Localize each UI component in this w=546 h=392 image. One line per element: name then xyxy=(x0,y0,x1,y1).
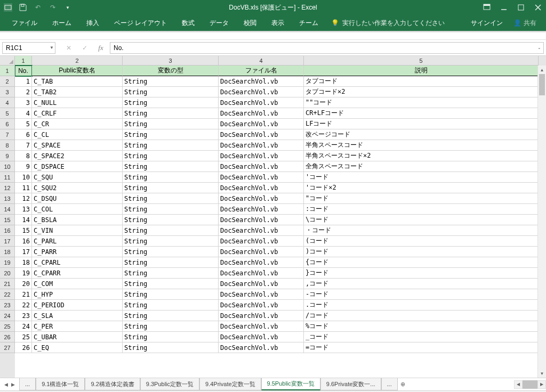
cell[interactable]: String xyxy=(123,76,219,87)
row-header[interactable]: 25 xyxy=(0,321,15,332)
cell[interactable]: C_UBAR xyxy=(32,332,123,342)
cell[interactable]: String xyxy=(123,172,219,183)
cell[interactable]: 13 xyxy=(15,204,32,215)
ribbon-tab-1[interactable]: ホーム xyxy=(45,15,79,31)
column-header[interactable]: 1 xyxy=(15,56,32,66)
row-header[interactable]: 1 xyxy=(0,66,15,76)
cell[interactable]: 5 xyxy=(15,119,32,129)
cell[interactable]: 18 xyxy=(15,257,32,268)
row-header[interactable]: 19 xyxy=(0,257,15,268)
cell[interactable]: 半角スペースコード xyxy=(304,140,539,151)
cell[interactable]: String xyxy=(123,140,219,151)
table-header-cell[interactable]: 変数の型 xyxy=(123,66,219,76)
table-header-cell[interactable]: ファイル名 xyxy=(219,66,304,76)
table-header-cell[interactable]: 説明 xyxy=(304,66,539,76)
cell[interactable]: String xyxy=(123,193,219,204)
chevron-down-icon[interactable]: ▼ xyxy=(50,45,54,50)
cell[interactable]: 23 xyxy=(15,311,32,321)
cell[interactable]: C_SQU2 xyxy=(32,183,123,193)
row-header[interactable]: 16 xyxy=(0,225,15,236)
row-header[interactable]: 2 xyxy=(0,76,15,87)
cell[interactable]: 6 xyxy=(15,129,32,140)
cell[interactable]: タブコード xyxy=(304,76,539,87)
cell[interactable]: DocSearchVol.vb xyxy=(219,193,304,204)
scroll-up-icon[interactable]: ▲ xyxy=(538,66,546,74)
maximize-icon[interactable] xyxy=(516,3,526,12)
cell[interactable]: String xyxy=(123,161,219,172)
ribbon-tab-7[interactable]: 表示 xyxy=(264,15,292,31)
column-header[interactable]: 2 xyxy=(32,56,123,66)
cell[interactable]: DocSearchVol.vb xyxy=(219,87,304,97)
cell[interactable]: \コード xyxy=(304,215,539,225)
save-icon[interactable] xyxy=(18,3,28,12)
cell[interactable]: C_SQU xyxy=(32,172,123,183)
cell[interactable]: 24 xyxy=(15,321,32,332)
cell[interactable]: DocSearchVol.vb xyxy=(219,300,304,311)
add-sheet-button[interactable]: ⊕ xyxy=(398,381,408,388)
cell[interactable]: DocSearchVol.vb xyxy=(219,332,304,342)
vertical-scrollbar[interactable]: ▲ ▼ xyxy=(537,66,546,378)
row-header[interactable]: 26 xyxy=(0,332,15,342)
cell[interactable]: C_SLA xyxy=(32,311,123,321)
cell[interactable]: 22 xyxy=(15,300,32,311)
cell[interactable]: String xyxy=(123,151,219,161)
cell[interactable]: String xyxy=(123,279,219,289)
cell[interactable]: String xyxy=(123,129,219,140)
cell[interactable]: C_VIN xyxy=(32,225,123,236)
cell[interactable]: 'コード xyxy=(304,172,539,183)
cell[interactable]: C_CPARR xyxy=(32,268,123,279)
redo-icon[interactable]: ↷ xyxy=(48,3,58,12)
close-icon[interactable] xyxy=(533,3,543,12)
cell[interactable]: DocSearchVol.vb xyxy=(219,289,304,300)
cell[interactable]: String xyxy=(123,289,219,300)
cell[interactable]: DocSearchVol.vb xyxy=(219,151,304,161)
cell[interactable]: String xyxy=(123,236,219,247)
cell[interactable]: 2 xyxy=(15,87,32,97)
row-header[interactable]: 15 xyxy=(0,215,15,225)
sheet-tab-overflow[interactable]: ... xyxy=(19,378,36,390)
column-header[interactable]: 3 xyxy=(123,56,219,66)
cell[interactable]: ""コード xyxy=(304,97,539,108)
cell[interactable]: String xyxy=(123,204,219,215)
cell[interactable]: DocSearchVol.vb xyxy=(219,161,304,172)
cell[interactable]: C_PERIOD xyxy=(32,300,123,311)
cell[interactable]: 8 xyxy=(15,151,32,161)
cell[interactable]: C_HYP xyxy=(32,289,123,300)
cell[interactable]: DocSearchVol.vb xyxy=(219,257,304,268)
cell[interactable]: 17 xyxy=(15,247,32,257)
cell[interactable]: (コード xyxy=(304,236,539,247)
cell[interactable]: CR+LFコード xyxy=(304,108,539,119)
sheet-tab[interactable]: 9.3Public定数一覧 xyxy=(140,378,199,390)
row-header[interactable]: 3 xyxy=(0,87,15,97)
qat-dropdown-icon[interactable]: ▼ xyxy=(63,3,73,12)
cell[interactable]: C_EQ xyxy=(32,342,123,353)
cell[interactable]: DocSearchVol.vb xyxy=(219,183,304,193)
cell[interactable]: 7 xyxy=(15,140,32,151)
tell-me[interactable]: 💡 実行したい作業を入力してください xyxy=(326,19,450,28)
cell[interactable]: 全角スペースコード xyxy=(304,161,539,172)
cell[interactable]: C_CPARL xyxy=(32,257,123,268)
cell[interactable]: DocSearchVol.vb xyxy=(219,311,304,321)
cell[interactable]: String xyxy=(123,321,219,332)
row-header[interactable]: 7 xyxy=(0,129,15,140)
hscroll-thumb[interactable] xyxy=(523,380,537,389)
cell[interactable]: タブコード×2 xyxy=(304,87,539,97)
row-header[interactable]: 4 xyxy=(0,97,15,108)
cell[interactable]: DocSearchVol.vb xyxy=(219,279,304,289)
scroll-down-icon[interactable]: ▼ xyxy=(538,369,546,378)
row-header[interactable]: 20 xyxy=(0,268,15,279)
cell[interactable]: 3 xyxy=(15,97,32,108)
cell[interactable]: DocSearchVol.vb xyxy=(219,140,304,151)
cell[interactable]: }コード xyxy=(304,268,539,279)
name-box[interactable]: R1C1 ▼ xyxy=(2,42,55,54)
spreadsheet-grid[interactable]: 1234567891011121314151617181920212223242… xyxy=(0,56,546,378)
cell[interactable]: DocSearchVol.vb xyxy=(219,76,304,87)
cell[interactable]: 26 xyxy=(15,342,32,353)
sheet-tab-overflow[interactable]: ... xyxy=(381,378,398,390)
scroll-right-icon[interactable]: ▶ xyxy=(537,380,546,389)
cell[interactable]: DocSearchVol.vb xyxy=(219,215,304,225)
row-header[interactable]: 14 xyxy=(0,204,15,215)
column-header[interactable]: 4 xyxy=(219,56,304,66)
sheet-tab[interactable]: 9.4Private定数一覧 xyxy=(199,378,261,390)
cell[interactable]: String xyxy=(123,268,219,279)
